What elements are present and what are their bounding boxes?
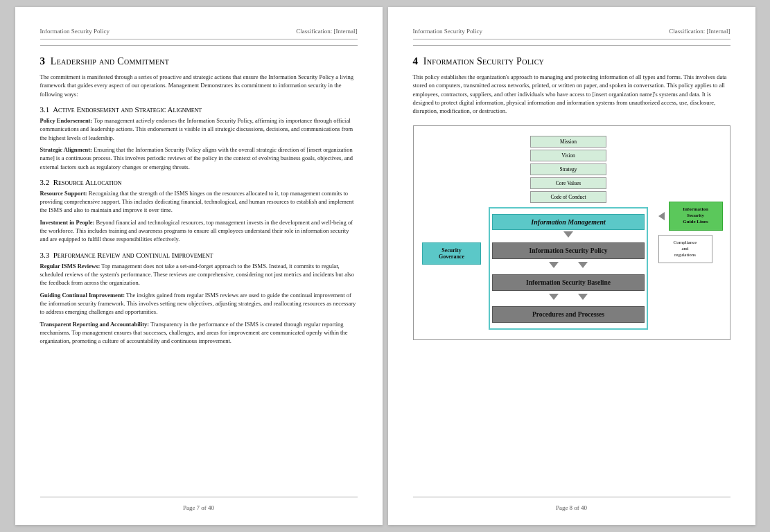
diagram-right-col: InformationSecurityGuide Lines Complianc… <box>658 136 723 330</box>
left-page-header: Information Security Policy Classificati… <box>40 28 358 39</box>
core-values-box: Core Values <box>530 177 606 189</box>
left-page: Information Security Policy Classificati… <box>15 7 383 525</box>
arrow-left-icon-1 <box>658 212 665 220</box>
arrows-row-1 <box>549 260 588 269</box>
arrows-row-2 <box>549 292 588 301</box>
security-gov-box: Security Goverance <box>422 242 481 265</box>
subsection31-para1: Policy Endorsement: Top management activ… <box>40 116 358 142</box>
section4-title: 4 Information Security Policy <box>413 55 730 67</box>
proc-box: Procedures and Processes <box>492 306 645 323</box>
guidelines-box: InformationSecurityGuide Lines <box>669 202 723 230</box>
left-header-classification: Classification: [Internal] <box>296 28 357 35</box>
left-page-footer: Page 7 of 40 <box>40 497 358 511</box>
right-page: Information Security Policy Classificati… <box>388 7 755 525</box>
arrow-down-1 <box>563 231 573 238</box>
mission-box: Mission <box>530 136 606 148</box>
right-page-header: Information Security Policy Classificati… <box>413 28 730 39</box>
diagram-left-col: Security Goverance <box>421 136 483 330</box>
policy-box: Information Security Policy <box>492 242 645 259</box>
left-page-content: 3 Leadership and Commitment The commitme… <box>40 53 358 497</box>
right-header-classification: Classification: [Internal] <box>669 28 730 35</box>
compliance-box: Complianceandregulations <box>658 235 712 263</box>
left-page-number: Page 7 of 40 <box>183 504 214 511</box>
left-header-title: Information Security Policy <box>40 28 110 35</box>
subsection32-para2: Investment in People: Beyond financial a… <box>40 218 358 244</box>
subsection33-title: 3.3 Performance Review and Continual Imp… <box>40 251 358 259</box>
arrow-down-2b <box>578 262 588 268</box>
arrow-down-3b <box>578 294 588 300</box>
section4-intro: This policy establishes the organization… <box>413 73 730 116</box>
subsection33-para1: Regular ISMS Reviews: Top management doe… <box>40 262 358 287</box>
right-page-footer: Page 8 of 40 <box>413 497 730 511</box>
right-header-title: Information Security Policy <box>413 28 482 35</box>
subsection31-para2: Strategic Alignment: Ensuring that the I… <box>40 145 358 171</box>
right-page-content: 4 Information Security Policy This polic… <box>413 53 730 497</box>
subsection33-para2: Guiding Continual Improvement: The insig… <box>40 291 358 317</box>
right-top-row: InformationSecurityGuide Lines <box>658 202 723 230</box>
teal-border-container: Information Management Information Secur… <box>489 207 648 330</box>
subsection32-title: 3.2 Resource Allocation <box>40 178 358 186</box>
code-of-conduct-box: Code of Conduct <box>530 191 606 203</box>
info-mgmt-box: Information Management <box>492 214 645 230</box>
arrow-down-3a <box>549 294 559 300</box>
right-bottom-row: Complianceandregulations <box>658 235 723 263</box>
subsection31-title: 3.1 Active Endorsement and Strategic Ali… <box>40 105 358 114</box>
strategy-box: Strategy <box>530 163 606 175</box>
diagram-center-col: Mission Vision Strategy Core Values Code… <box>489 136 649 330</box>
baseline-box: Information Security Baseline <box>492 274 645 291</box>
vision-box: Vision <box>530 150 606 161</box>
section3-intro: The commitment is manifested through a s… <box>40 73 358 98</box>
diagram-container: Security Goverance Mission Vision Strate… <box>413 125 730 340</box>
diagram-inner: Security Goverance Mission Vision Strate… <box>421 136 723 330</box>
section3-title: 3 Leadership and Commitment <box>40 55 358 67</box>
subsection33-para3: Transparent Reporting and Accountability… <box>40 320 358 346</box>
arrow-down-2a <box>549 262 559 268</box>
subsection32-para1: Resource Support: Recognizing that the s… <box>40 189 358 215</box>
right-page-number: Page 8 of 40 <box>556 504 587 511</box>
top-boxes-group: Mission Vision Strategy Core Values Code… <box>530 136 606 203</box>
